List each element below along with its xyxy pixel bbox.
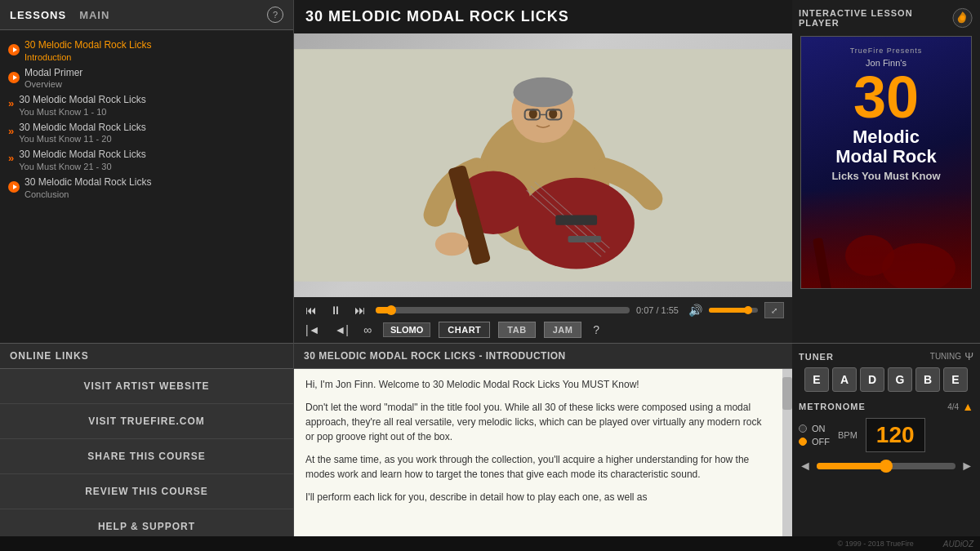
- right-panel: INTERACTIVE LESSON PLAYER TrueFire Prese…: [792, 0, 980, 343]
- bpm-row: ON OFF BPM 120: [799, 418, 973, 452]
- bpm-display: 120: [866, 418, 925, 452]
- controls-help-icon[interactable]: ?: [590, 322, 603, 338]
- description-content[interactable]: Hi, I'm Jon Finn. Welcome to 30 Melodic …: [294, 369, 782, 551]
- visit-truefire-button[interactable]: VISIT TRUEFIRE.COM: [0, 404, 293, 439]
- tuner-title: TUNER: [799, 352, 834, 362]
- bpm-label: BPM: [838, 430, 858, 440]
- tuning-note-b: B: [915, 367, 940, 392]
- copyright-text: © 1999 - 2018 TrueFire: [838, 540, 914, 548]
- video-player[interactable]: [294, 33, 792, 297]
- slider-min-icon: ◄: [799, 459, 812, 473]
- description-wrapper: Hi, I'm Jon Finn. Welcome to 30 Melodic …: [294, 369, 792, 551]
- svg-rect-15: [555, 216, 597, 225]
- on-radio-row[interactable]: ON: [799, 424, 830, 433]
- fullscreen-button[interactable]: ⤢: [764, 302, 784, 318]
- desc-para-1: Hi, I'm Jon Finn. Welcome to 30 Melodic …: [305, 377, 771, 392]
- lesson-title: 30 Melodic Modal Rock Licks: [24, 176, 151, 189]
- truefire-logo-icon: [951, 7, 973, 29]
- online-links-panel: ONLINE LINKS VISIT ARTIST WEBSITE VISIT …: [0, 343, 294, 551]
- metronome-section: METRONOME 4/4 ▲ ON: [799, 400, 973, 473]
- bpm-slider[interactable]: [817, 463, 956, 469]
- video-frame: [294, 33, 792, 297]
- metronome-header: METRONOME 4/4 ▲: [799, 400, 973, 413]
- playback-controls-row: ⏮ ⏸ ⏭ 0:07 / 1:55 🔊: [302, 302, 784, 318]
- svg-rect-16: [568, 236, 602, 242]
- sidebar-tabs: LESSONS MAIN: [10, 9, 109, 21]
- jam-button[interactable]: JAM: [544, 322, 582, 338]
- audioz-watermark: AUDiOZ: [943, 540, 973, 549]
- cover-brand-text: TrueFire Presents: [850, 47, 923, 55]
- svg-point-17: [435, 233, 469, 256]
- tuning-note-d: D: [860, 367, 884, 392]
- on-label: ON: [812, 424, 826, 433]
- chart-button[interactable]: CHART: [439, 322, 490, 338]
- tuner-metronome-panel: TUNER TUNING Ψ E A D G B E: [792, 343, 980, 551]
- loop-button[interactable]: ∞: [360, 322, 375, 338]
- interactive-lesson-player-label: INTERACTIVE LESSON PLAYER: [799, 8, 951, 28]
- footer-bar: © 1999 - 2018 TrueFire AUDiOZ: [0, 536, 980, 551]
- skip-to-start-button[interactable]: |◄: [302, 322, 323, 338]
- desc-para-4: I'll perform each lick for you, describe…: [305, 490, 771, 504]
- tuner-header: TUNER TUNING Ψ: [799, 350, 973, 362]
- rewind-button[interactable]: ⏮: [302, 302, 320, 318]
- lesson-title: 30 Melodic Modal Rock Licks: [19, 149, 145, 162]
- scrollbar-thumb: [782, 377, 792, 410]
- bpm-slider-fill: [817, 463, 886, 469]
- volume-bar[interactable]: [709, 308, 758, 313]
- metronome-title: METRONOME: [799, 402, 866, 411]
- volume-icon[interactable]: 🔊: [685, 302, 706, 318]
- tab-button[interactable]: TAB: [498, 322, 535, 338]
- list-item[interactable]: 30 Melodic Modal Rock Licks Introduction: [0, 37, 293, 64]
- progress-bar[interactable]: [376, 307, 630, 313]
- description-scrollbar[interactable]: [782, 369, 792, 551]
- volume-control: 🔊: [685, 302, 758, 318]
- metronome-icon: ▲: [962, 400, 973, 413]
- bpm-slider-thumb: [880, 460, 893, 473]
- sidebar-help-icon[interactable]: ?: [267, 7, 283, 23]
- time-display: 0:07 / 1:55: [636, 305, 679, 315]
- right-panel-header: INTERACTIVE LESSON PLAYER: [799, 7, 973, 29]
- tuner-tuning-label: TUNING Ψ: [930, 350, 973, 362]
- off-radio-row[interactable]: OFF: [799, 437, 830, 447]
- tab-lessons[interactable]: LESSONS: [10, 9, 66, 21]
- online-links-header: ONLINE LINKS: [0, 344, 293, 369]
- list-item[interactable]: » 30 Melodic Modal Rock Licks You Must K…: [0, 119, 293, 147]
- lesson-subtitle: You Must Know 21 - 30: [19, 162, 145, 171]
- tuning-notes: E A D G B E: [799, 367, 973, 392]
- main-video-area: 30 MELODIC MODAL ROCK LICKS: [294, 0, 792, 343]
- time-signature: 4/4 ▲: [947, 400, 973, 413]
- desc-para-2: Don't let the word "modal" in the title …: [305, 400, 771, 444]
- on-radio-button[interactable]: [799, 424, 807, 433]
- svg-point-19: [960, 16, 965, 20]
- fast-forward-button[interactable]: ⏭: [351, 302, 369, 318]
- lesson-subtitle: You Must Know 1 - 10: [19, 107, 145, 117]
- off-label: OFF: [812, 437, 830, 447]
- visit-artist-website-button[interactable]: VISIT ARTIST WEBSITE: [0, 369, 293, 404]
- list-item[interactable]: » 30 Melodic Modal Rock Licks You Must K…: [0, 91, 293, 119]
- slomo-button[interactable]: SLOMO: [383, 322, 430, 337]
- description-title: 30 MELODIC MODAL ROCK LICKS - INTRODUCTI…: [294, 344, 792, 369]
- tuning-note-a: A: [832, 367, 857, 392]
- chevron-double-icon: »: [8, 123, 14, 138]
- off-radio-button[interactable]: [799, 438, 807, 446]
- on-off-controls: ON OFF: [799, 424, 830, 447]
- tab-main[interactable]: MAIN: [79, 9, 109, 21]
- list-item[interactable]: » 30 Melodic Modal Rock Licks You Must K…: [0, 146, 293, 174]
- cover-subtitle: Licks You Must Know: [831, 170, 940, 182]
- share-course-button[interactable]: SHARE THIS COURSE: [0, 439, 293, 474]
- frame-back-button[interactable]: ◄|: [332, 322, 353, 338]
- pause-button[interactable]: ⏸: [327, 302, 345, 318]
- svg-point-21: [845, 235, 894, 276]
- chevron-double-icon: »: [8, 96, 14, 110]
- course-cover-image: TrueFire Presents Jon Finn's 30 Melodic …: [800, 36, 972, 289]
- play-orange-icon: [8, 69, 20, 83]
- tuning-note-e-high: E: [943, 367, 968, 392]
- play-orange-icon: [8, 178, 20, 193]
- desc-para-3: At the same time, as you work through th…: [305, 452, 771, 482]
- review-course-button[interactable]: REVIEW THIS COURSE: [0, 474, 293, 509]
- list-item[interactable]: 30 Melodic Modal Rock Licks Conclusion: [0, 174, 293, 202]
- list-item[interactable]: Modal Primer Overview: [0, 64, 293, 92]
- bottom-row: ONLINE LINKS VISIT ARTIST WEBSITE VISIT …: [0, 343, 980, 551]
- lesson-title: 30 Melodic Modal Rock Licks: [24, 39, 151, 52]
- slider-max-icon: ►: [960, 459, 973, 473]
